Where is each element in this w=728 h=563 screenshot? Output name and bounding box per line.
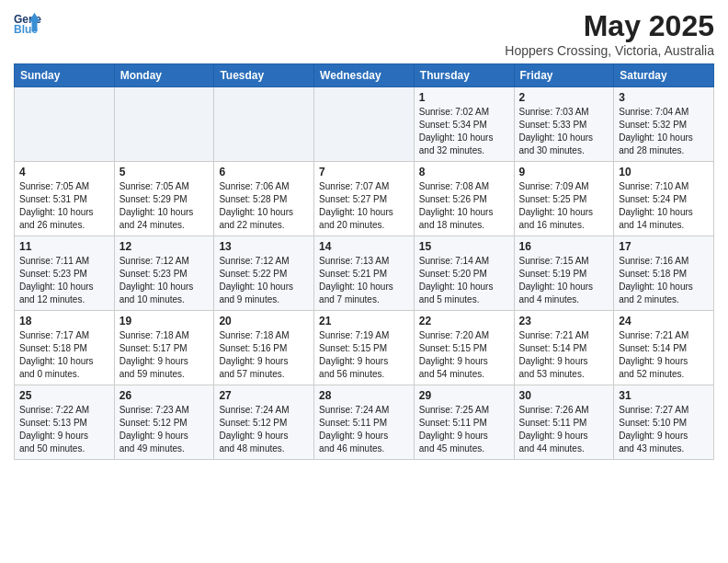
- weekday-header-row: SundayMondayTuesdayWednesdayThursdayFrid…: [15, 64, 714, 87]
- calendar-cell: 11Sunrise: 7:11 AM Sunset: 5:23 PM Dayli…: [15, 236, 115, 311]
- calendar-week-3: 11Sunrise: 7:11 AM Sunset: 5:23 PM Dayli…: [15, 236, 714, 311]
- calendar-cell: 12Sunrise: 7:12 AM Sunset: 5:23 PM Dayli…: [114, 236, 214, 311]
- day-number: 24: [619, 315, 709, 327]
- calendar-cell: 31Sunrise: 7:27 AM Sunset: 5:10 PM Dayli…: [614, 385, 714, 460]
- day-number: 14: [319, 240, 409, 253]
- day-number: 11: [19, 240, 109, 253]
- day-number: 22: [419, 315, 509, 327]
- calendar-cell: 21Sunrise: 7:19 AM Sunset: 5:15 PM Dayli…: [314, 311, 415, 385]
- day-number: 1: [419, 91, 509, 104]
- calendar-week-1: 1Sunrise: 7:02 AM Sunset: 5:34 PM Daylig…: [15, 87, 714, 162]
- day-number: 3: [619, 91, 709, 104]
- day-number: 29: [419, 389, 509, 402]
- calendar-week-5: 25Sunrise: 7:22 AM Sunset: 5:13 PM Dayli…: [15, 385, 714, 460]
- calendar-cell: 16Sunrise: 7:15 AM Sunset: 5:19 PM Dayli…: [514, 236, 614, 311]
- weekday-header-wednesday: Wednesday: [314, 64, 415, 87]
- day-number: 6: [219, 166, 309, 178]
- weekday-header-sunday: Sunday: [15, 64, 115, 87]
- calendar-cell: 18Sunrise: 7:17 AM Sunset: 5:18 PM Dayli…: [15, 311, 115, 385]
- day-number: 17: [619, 240, 709, 253]
- day-number: 7: [319, 166, 409, 178]
- day-number: 15: [419, 240, 509, 253]
- day-info: Sunrise: 7:24 AM Sunset: 5:11 PM Dayligh…: [319, 404, 409, 455]
- weekday-header-tuesday: Tuesday: [214, 64, 314, 87]
- calendar-cell: 8Sunrise: 7:08 AM Sunset: 5:26 PM Daylig…: [414, 162, 514, 236]
- day-number: 18: [19, 315, 109, 327]
- day-info: Sunrise: 7:19 AM Sunset: 5:15 PM Dayligh…: [319, 329, 409, 381]
- weekday-header-monday: Monday: [114, 64, 214, 87]
- calendar-cell: 26Sunrise: 7:23 AM Sunset: 5:12 PM Dayli…: [114, 385, 214, 460]
- day-number: 13: [219, 240, 309, 253]
- day-info: Sunrise: 7:06 AM Sunset: 5:28 PM Dayligh…: [219, 180, 309, 232]
- day-info: Sunrise: 7:27 AM Sunset: 5:10 PM Dayligh…: [619, 404, 709, 455]
- weekday-header-thursday: Thursday: [414, 64, 514, 87]
- calendar-cell: 1Sunrise: 7:02 AM Sunset: 5:34 PM Daylig…: [414, 87, 514, 162]
- calendar-cell: 4Sunrise: 7:05 AM Sunset: 5:31 PM Daylig…: [15, 162, 115, 236]
- day-info: Sunrise: 7:09 AM Sunset: 5:25 PM Dayligh…: [519, 180, 609, 232]
- calendar-cell: 29Sunrise: 7:25 AM Sunset: 5:11 PM Dayli…: [414, 385, 514, 460]
- day-info: Sunrise: 7:05 AM Sunset: 5:29 PM Dayligh…: [119, 180, 210, 232]
- calendar-cell: 15Sunrise: 7:14 AM Sunset: 5:20 PM Dayli…: [414, 236, 514, 311]
- calendar-cell: 24Sunrise: 7:21 AM Sunset: 5:14 PM Dayli…: [614, 311, 714, 385]
- calendar-cell: 6Sunrise: 7:06 AM Sunset: 5:28 PM Daylig…: [214, 162, 314, 236]
- day-info: Sunrise: 7:20 AM Sunset: 5:15 PM Dayligh…: [419, 329, 509, 381]
- calendar-cell: 13Sunrise: 7:12 AM Sunset: 5:22 PM Dayli…: [214, 236, 314, 311]
- day-info: Sunrise: 7:07 AM Sunset: 5:27 PM Dayligh…: [319, 180, 409, 232]
- day-number: 8: [419, 166, 509, 178]
- day-info: Sunrise: 7:18 AM Sunset: 5:17 PM Dayligh…: [119, 329, 210, 381]
- day-number: 5: [119, 166, 210, 178]
- day-number: 4: [19, 166, 109, 178]
- calendar-cell: 19Sunrise: 7:18 AM Sunset: 5:17 PM Dayli…: [114, 311, 214, 385]
- day-number: 20: [219, 315, 309, 327]
- calendar-cell: 5Sunrise: 7:05 AM Sunset: 5:29 PM Daylig…: [114, 162, 214, 236]
- day-info: Sunrise: 7:21 AM Sunset: 5:14 PM Dayligh…: [619, 329, 709, 381]
- day-info: Sunrise: 7:16 AM Sunset: 5:18 PM Dayligh…: [619, 255, 709, 306]
- day-number: 9: [519, 166, 609, 178]
- day-number: 21: [319, 315, 409, 327]
- day-number: 19: [119, 315, 210, 327]
- calendar-cell: 25Sunrise: 7:22 AM Sunset: 5:13 PM Dayli…: [15, 385, 115, 460]
- day-number: 27: [219, 389, 309, 402]
- day-info: Sunrise: 7:02 AM Sunset: 5:34 PM Dayligh…: [419, 106, 509, 157]
- day-number: 10: [619, 166, 709, 178]
- calendar-cell: 20Sunrise: 7:18 AM Sunset: 5:16 PM Dayli…: [214, 311, 314, 385]
- day-info: Sunrise: 7:05 AM Sunset: 5:31 PM Dayligh…: [19, 180, 109, 232]
- calendar-cell: 14Sunrise: 7:13 AM Sunset: 5:21 PM Dayli…: [314, 236, 415, 311]
- day-info: Sunrise: 7:25 AM Sunset: 5:11 PM Dayligh…: [419, 404, 509, 455]
- day-number: 31: [619, 389, 709, 402]
- title-area: May 2025 Hoppers Crossing, Victoria, Aus…: [505, 9, 714, 58]
- day-number: 23: [519, 315, 609, 327]
- day-info: Sunrise: 7:14 AM Sunset: 5:20 PM Dayligh…: [419, 255, 509, 306]
- day-info: Sunrise: 7:24 AM Sunset: 5:12 PM Dayligh…: [219, 404, 309, 455]
- calendar-cell: 2Sunrise: 7:03 AM Sunset: 5:33 PM Daylig…: [514, 87, 614, 162]
- day-info: Sunrise: 7:08 AM Sunset: 5:26 PM Dayligh…: [419, 180, 509, 232]
- day-info: Sunrise: 7:12 AM Sunset: 5:23 PM Dayligh…: [119, 255, 210, 306]
- calendar-table: SundayMondayTuesdayWednesdayThursdayFrid…: [14, 63, 714, 460]
- calendar-cell: 27Sunrise: 7:24 AM Sunset: 5:12 PM Dayli…: [214, 385, 314, 460]
- day-info: Sunrise: 7:03 AM Sunset: 5:33 PM Dayligh…: [519, 106, 609, 157]
- calendar-cell: [214, 87, 314, 162]
- day-info: Sunrise: 7:21 AM Sunset: 5:14 PM Dayligh…: [519, 329, 609, 381]
- day-info: Sunrise: 7:26 AM Sunset: 5:11 PM Dayligh…: [519, 404, 609, 455]
- calendar-cell: 7Sunrise: 7:07 AM Sunset: 5:27 PM Daylig…: [314, 162, 415, 236]
- logo-icon: General Blue: [14, 9, 41, 37]
- day-number: 25: [19, 389, 109, 402]
- month-title: May 2025: [505, 9, 714, 43]
- day-number: 16: [519, 240, 609, 253]
- day-number: 26: [119, 389, 210, 402]
- calendar-cell: 28Sunrise: 7:24 AM Sunset: 5:11 PM Dayli…: [314, 385, 415, 460]
- location-title: Hoppers Crossing, Victoria, Australia: [505, 43, 714, 58]
- calendar-cell: [314, 87, 415, 162]
- day-info: Sunrise: 7:17 AM Sunset: 5:18 PM Dayligh…: [19, 329, 109, 381]
- day-number: 28: [319, 389, 409, 402]
- page-header: General Blue May 2025 Hoppers Crossing, …: [14, 9, 714, 58]
- calendar-cell: 17Sunrise: 7:16 AM Sunset: 5:18 PM Dayli…: [614, 236, 714, 311]
- calendar-week-2: 4Sunrise: 7:05 AM Sunset: 5:31 PM Daylig…: [15, 162, 714, 236]
- calendar-cell: [114, 87, 214, 162]
- day-number: 12: [119, 240, 210, 253]
- calendar-cell: [15, 87, 115, 162]
- weekday-header-friday: Friday: [514, 64, 614, 87]
- day-info: Sunrise: 7:11 AM Sunset: 5:23 PM Dayligh…: [19, 255, 109, 306]
- calendar-cell: 23Sunrise: 7:21 AM Sunset: 5:14 PM Dayli…: [514, 311, 614, 385]
- logo: General Blue: [14, 9, 41, 37]
